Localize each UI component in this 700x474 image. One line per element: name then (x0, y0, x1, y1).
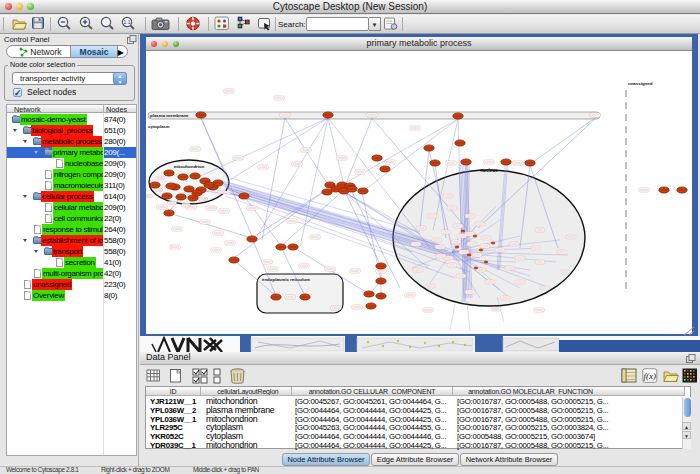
svg-text:cytoplasm: cytoplasm (148, 124, 170, 129)
svg-text:plasma membrane: plasma membrane (150, 113, 189, 118)
svg-text:nucleus: nucleus (480, 168, 498, 173)
svg-text:f(x): f(x) (644, 371, 657, 381)
svg-text:mitochondrion: mitochondrion (174, 164, 205, 169)
svg-text:1:1: 1:1 (124, 19, 131, 25)
svg-text:unassigned: unassigned (628, 81, 653, 86)
